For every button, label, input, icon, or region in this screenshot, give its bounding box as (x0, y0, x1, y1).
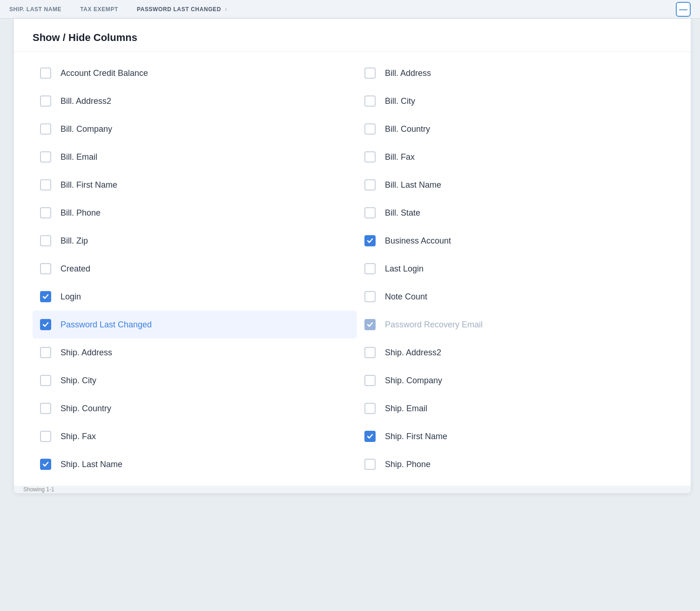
checkbox-bill-address2[interactable] (40, 95, 51, 107)
columns-grid: Account Credit BalanceBill. AddressBill.… (14, 59, 691, 478)
col-item-ship-email[interactable]: Ship. Email (357, 394, 681, 422)
label-bill-email: Bill. Email (61, 152, 97, 162)
label-ship-address: Ship. Address (61, 348, 112, 358)
label-ship-phone: Ship. Phone (385, 460, 431, 469)
label-bill-first-name: Bill. First Name (61, 180, 117, 190)
collapse-button[interactable]: — (676, 2, 691, 17)
col-item-business-account[interactable]: Business Account (357, 227, 681, 255)
label-bill-address: Bill. Address (385, 68, 431, 78)
col-item-ship-city[interactable]: Ship. City (33, 367, 357, 394)
label-bill-city: Bill. City (385, 96, 415, 106)
col-item-login[interactable]: Login (33, 283, 357, 311)
bottom-bar: Showing 1-1 (14, 486, 691, 493)
col-item-bill-last-name[interactable]: Bill. Last Name (357, 171, 681, 199)
col-item-created[interactable]: Created (33, 255, 357, 283)
header-col-password-last-changed: PASSWORD LAST CHANGED ↑ (137, 6, 228, 13)
checkbox-ship-address2[interactable] (364, 347, 376, 358)
header-bar: SHIP. LAST NAME TAX EXEMPT PASSWORD LAST… (0, 0, 700, 19)
col-item-bill-fax[interactable]: Bill. Fax (357, 143, 681, 171)
col-item-bill-address[interactable]: Bill. Address (357, 59, 681, 87)
checkbox-business-account[interactable] (364, 235, 376, 246)
checkbox-password-recovery-email[interactable] (364, 319, 376, 330)
label-bill-country: Bill. Country (385, 124, 430, 134)
col-item-last-login[interactable]: Last Login (357, 255, 681, 283)
col-item-ship-phone[interactable]: Ship. Phone (357, 450, 681, 478)
label-login: Login (61, 292, 81, 302)
checkbox-ship-company[interactable] (364, 375, 376, 386)
col-item-bill-email[interactable]: Bill. Email (33, 143, 357, 171)
checkbox-ship-fax[interactable] (40, 431, 51, 442)
col-item-ship-address2[interactable]: Ship. Address2 (357, 339, 681, 367)
label-ship-first-name: Ship. First Name (385, 432, 447, 441)
col-item-account-credit-balance[interactable]: Account Credit Balance (33, 59, 357, 87)
label-ship-country: Ship. Country (61, 404, 111, 414)
label-last-login: Last Login (385, 264, 424, 274)
label-ship-fax: Ship. Fax (61, 432, 96, 441)
label-ship-city: Ship. City (61, 376, 96, 386)
label-business-account: Business Account (385, 236, 451, 246)
col-item-bill-country[interactable]: Bill. Country (357, 115, 681, 143)
label-bill-company: Bill. Company (61, 124, 112, 134)
header-col-tax-exempt: TAX EXEMPT (80, 6, 118, 13)
panel-content[interactable]: Account Credit BalanceBill. AddressBill.… (14, 52, 691, 486)
label-account-credit-balance: Account Credit Balance (61, 68, 148, 78)
checkbox-bill-country[interactable] (364, 123, 376, 135)
col-item-bill-address2[interactable]: Bill. Address2 (33, 87, 357, 115)
label-bill-fax: Bill. Fax (385, 152, 415, 162)
col-item-ship-country[interactable]: Ship. Country (33, 394, 357, 422)
checkbox-bill-last-name[interactable] (364, 179, 376, 190)
label-bill-address2: Bill. Address2 (61, 96, 111, 106)
col-item-bill-city[interactable]: Bill. City (357, 87, 681, 115)
checkbox-bill-fax[interactable] (364, 151, 376, 163)
col-item-bill-zip[interactable]: Bill. Zip (33, 227, 357, 255)
checkbox-note-count[interactable] (364, 291, 376, 302)
label-ship-company: Ship. Company (385, 376, 442, 386)
label-created: Created (61, 264, 90, 274)
col-item-password-recovery-email[interactable]: Password Recovery Email (357, 311, 681, 339)
checkbox-ship-city[interactable] (40, 375, 51, 386)
page-wrapper: SHIP. LAST NAME TAX EXEMPT PASSWORD LAST… (0, 0, 700, 611)
checkbox-ship-country[interactable] (40, 403, 51, 414)
panel-header: Show / Hide Columns (14, 19, 691, 52)
col-item-ship-company[interactable]: Ship. Company (357, 367, 681, 394)
checkbox-bill-address[interactable] (364, 68, 376, 79)
checkbox-ship-phone[interactable] (364, 459, 376, 470)
checkbox-ship-first-name[interactable] (364, 431, 376, 442)
label-password-last-changed: Password Last Changed (61, 320, 152, 330)
checkbox-bill-first-name[interactable] (40, 179, 51, 190)
label-ship-email: Ship. Email (385, 404, 427, 414)
col-item-bill-state[interactable]: Bill. State (357, 199, 681, 227)
sort-icon: ↑ (225, 7, 228, 12)
checkbox-bill-company[interactable] (40, 123, 51, 135)
col-item-ship-fax[interactable]: Ship. Fax (33, 422, 357, 450)
label-password-recovery-email: Password Recovery Email (385, 320, 483, 330)
label-ship-last-name: Ship. Last Name (61, 460, 122, 469)
col-item-ship-last-name[interactable]: Ship. Last Name (33, 450, 357, 478)
checkbox-ship-address[interactable] (40, 347, 51, 358)
checkbox-created[interactable] (40, 263, 51, 274)
checkbox-bill-email[interactable] (40, 151, 51, 163)
checkbox-last-login[interactable] (364, 263, 376, 274)
checkbox-account-credit-balance[interactable] (40, 68, 51, 79)
checkbox-bill-zip[interactable] (40, 235, 51, 246)
label-bill-state: Bill. State (385, 208, 420, 218)
checkbox-bill-state[interactable] (364, 207, 376, 218)
col-item-ship-first-name[interactable]: Ship. First Name (357, 422, 681, 450)
checkbox-bill-city[interactable] (364, 95, 376, 107)
checkbox-bill-phone[interactable] (40, 207, 51, 218)
col-item-bill-company[interactable]: Bill. Company (33, 115, 357, 143)
label-ship-address2: Ship. Address2 (385, 348, 441, 358)
col-item-bill-phone[interactable]: Bill. Phone (33, 199, 357, 227)
label-note-count: Note Count (385, 292, 427, 302)
label-bill-zip: Bill. Zip (61, 236, 88, 246)
col-item-ship-address[interactable]: Ship. Address (33, 339, 357, 367)
col-item-bill-first-name[interactable]: Bill. First Name (33, 171, 357, 199)
col-item-note-count[interactable]: Note Count (357, 283, 681, 311)
checkbox-ship-email[interactable] (364, 403, 376, 414)
checkbox-login[interactable] (40, 291, 51, 302)
label-bill-last-name: Bill. Last Name (385, 180, 441, 190)
checkbox-password-last-changed[interactable] (40, 319, 51, 330)
panel-title: Show / Hide Columns (33, 32, 672, 44)
checkbox-ship-last-name[interactable] (40, 459, 51, 470)
col-item-password-last-changed[interactable]: Password Last Changed (33, 311, 357, 339)
